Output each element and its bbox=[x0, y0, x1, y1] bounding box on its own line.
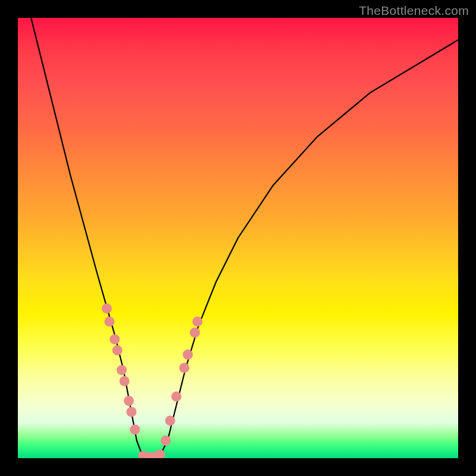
marker-dot bbox=[183, 350, 193, 360]
chart-svg bbox=[18, 18, 458, 458]
marker-dot bbox=[171, 392, 181, 402]
marker-dot bbox=[102, 303, 112, 314]
marker-dot bbox=[161, 436, 171, 446]
marker-dot bbox=[165, 416, 176, 426]
marker-dot bbox=[104, 317, 114, 327]
marker-dot bbox=[109, 334, 120, 345]
data-markers bbox=[102, 303, 202, 458]
marker-dot bbox=[117, 365, 127, 375]
watermark-text: TheBottleneck.com bbox=[359, 4, 469, 18]
marker-dot bbox=[190, 328, 200, 338]
marker-dot bbox=[130, 424, 140, 434]
marker-dot bbox=[155, 450, 165, 458]
marker-dot bbox=[120, 376, 130, 386]
marker-dot bbox=[179, 363, 189, 373]
marker-dot bbox=[126, 407, 136, 417]
marker-dot bbox=[192, 317, 202, 327]
marker-dot bbox=[124, 396, 134, 406]
marker-dot bbox=[112, 345, 123, 355]
bottleneck-curve bbox=[31, 18, 458, 458]
